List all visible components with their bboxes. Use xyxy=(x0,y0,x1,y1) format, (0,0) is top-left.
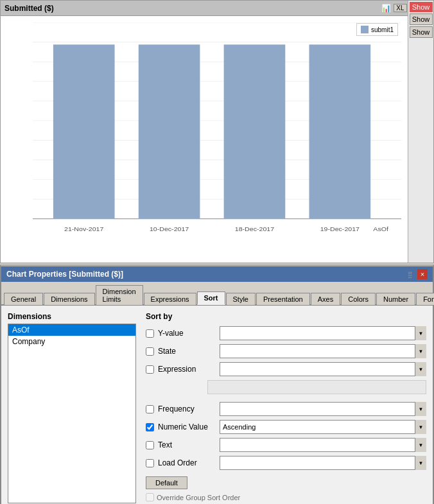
sort-text-dropdown-wrapper: ▼ xyxy=(220,438,426,452)
dimensions-panel: Dimensions AsOf Company xyxy=(8,312,136,503)
svg-text:18-Dec-2017: 18-Dec-2017 xyxy=(235,225,275,232)
sort-row-text: Text ▼ xyxy=(146,438,426,452)
svg-text:21-Nov-2017: 21-Nov-2017 xyxy=(64,225,104,232)
sort-load-order-checkbox[interactable] xyxy=(146,459,154,467)
sort-text-label: Text xyxy=(158,440,216,449)
svg-text:19-Dec-2017: 19-Dec-2017 xyxy=(320,225,360,232)
chart-title-bar: Submitted ($) 📊 XL _ × xyxy=(1,1,433,16)
tab-style[interactable]: Style xyxy=(226,293,256,305)
sort-numeric-value-label: Numeric Value xyxy=(158,422,216,431)
chart-xl-btn[interactable]: XL xyxy=(394,4,406,12)
chart-container: Submitted ($) 📊 XL _ × 200 180 160 140 1… xyxy=(0,0,434,263)
override-row: Override Group Sort Order xyxy=(146,493,426,501)
sort-numeric-value-dropdown-wrapper: Ascending Descending ▼ xyxy=(220,420,426,434)
sort-row-state: State ▼ xyxy=(146,344,426,358)
default-button[interactable]: Default xyxy=(146,476,187,489)
tab-number[interactable]: Number xyxy=(376,293,415,305)
chart-icon-spreadsheet: 📊 xyxy=(381,4,391,13)
dialog-title-bar: Chart Properties [Submitted ($)] ⣿ × xyxy=(1,266,433,282)
sort-state-checkbox[interactable] xyxy=(146,347,154,356)
sort-yvalue-checkbox[interactable] xyxy=(146,329,154,338)
sort-yvalue-select[interactable] xyxy=(220,326,426,340)
svg-text:AsOf: AsOf xyxy=(373,225,388,232)
sort-row-frequency: Frequency ▼ xyxy=(146,402,426,416)
show-btn-1[interactable]: Show xyxy=(410,13,433,25)
sort-state-label: State xyxy=(158,347,216,356)
chart-inner: 200 180 160 140 120 100 80 60 40 20 0 21… xyxy=(1,16,408,263)
svg-rect-24 xyxy=(139,44,200,218)
tabs-bar: General Dimensions Dimension Limits Expr… xyxy=(1,282,433,306)
svg-rect-26 xyxy=(224,44,286,218)
legend-label: submit1 xyxy=(371,26,394,33)
chart-svg: 200 180 160 140 120 100 80 60 40 20 0 21… xyxy=(33,22,401,243)
sort-text-checkbox[interactable] xyxy=(146,441,154,449)
dimensions-panel-label: Dimensions xyxy=(8,312,136,321)
sort-by-label: Sort by xyxy=(146,312,426,321)
sort-panel: Sort by Y-value ▼ State xyxy=(146,312,426,503)
expression-input-row xyxy=(146,380,426,398)
expression-text-input[interactable] xyxy=(207,380,426,394)
sort-expression-dropdown-wrapper: ▼ xyxy=(220,362,426,376)
sort-row-numeric-value: Numeric Value Ascending Descending ▼ xyxy=(146,420,426,434)
sort-expression-label: Expression xyxy=(158,365,216,374)
svg-text:10-Dec-2017: 10-Dec-2017 xyxy=(150,225,189,232)
dimensions-list: AsOf Company xyxy=(8,324,136,503)
svg-rect-28 xyxy=(309,44,371,218)
legend-color-swatch xyxy=(361,26,369,33)
dimension-item-company[interactable]: Company xyxy=(8,336,135,347)
sort-frequency-dropdown-wrapper: ▼ xyxy=(220,402,426,416)
dialog-body: Dimensions AsOf Company Sort by Y-value … xyxy=(1,306,433,504)
sort-frequency-checkbox[interactable] xyxy=(146,405,154,413)
tab-general[interactable]: General xyxy=(4,293,43,305)
sort-expression-select[interactable] xyxy=(220,362,426,376)
chart-properties-dialog: Chart Properties [Submitted ($)] ⣿ × Gen… xyxy=(0,265,434,504)
tab-colors[interactable]: Colors xyxy=(341,293,376,305)
sort-expression-checkbox[interactable] xyxy=(146,365,154,374)
dialog-title-text: Chart Properties [Submitted ($)] xyxy=(6,270,123,279)
show-btn-active[interactable]: Show xyxy=(410,2,433,12)
sort-frequency-label: Frequency xyxy=(158,404,216,413)
chart-legend: submit1 xyxy=(356,23,398,36)
chart-title: Submitted ($) xyxy=(4,4,54,13)
svg-rect-22 xyxy=(53,44,115,218)
show-panel: Show Show Show xyxy=(408,1,433,263)
dialog-close-btn[interactable]: × xyxy=(417,269,428,279)
sort-yvalue-dropdown-wrapper: ▼ xyxy=(220,326,426,340)
sort-row-load-order: Load Order ▼ xyxy=(146,456,426,470)
tab-dimensions[interactable]: Dimensions xyxy=(44,293,94,305)
override-label: Override Group Sort Order xyxy=(157,494,240,501)
sort-load-order-dropdown-wrapper: ▼ xyxy=(220,456,426,470)
sort-load-order-label: Load Order xyxy=(158,458,216,467)
sort-text-select[interactable] xyxy=(220,438,426,452)
sort-load-order-select[interactable] xyxy=(220,456,426,470)
tab-font[interactable]: Font xyxy=(416,293,434,305)
tab-presentation[interactable]: Presentation xyxy=(256,293,310,305)
sort-frequency-select[interactable] xyxy=(220,402,426,416)
tab-axes[interactable]: Axes xyxy=(311,293,340,305)
dialog-resize-indicator: ⣿ xyxy=(408,271,412,278)
sort-state-select[interactable] xyxy=(220,344,426,358)
sort-state-dropdown-wrapper: ▼ xyxy=(220,344,426,358)
sort-yvalue-label: Y-value xyxy=(158,329,216,338)
show-btn-2[interactable]: Show xyxy=(410,26,433,38)
override-checkbox xyxy=(146,493,154,501)
dimension-item-asof[interactable]: AsOf xyxy=(8,324,135,336)
tab-sort[interactable]: Sort xyxy=(197,291,225,305)
sort-row-y-value: Y-value ▼ xyxy=(146,326,426,340)
tab-dimension-limits[interactable]: Dimension Limits xyxy=(96,285,143,305)
sort-numeric-value-checkbox[interactable] xyxy=(146,423,154,431)
tab-expressions[interactable]: Expressions xyxy=(144,293,196,305)
sort-row-expression: Expression ▼ xyxy=(146,362,426,376)
sort-numeric-value-select[interactable]: Ascending Descending xyxy=(220,420,426,434)
